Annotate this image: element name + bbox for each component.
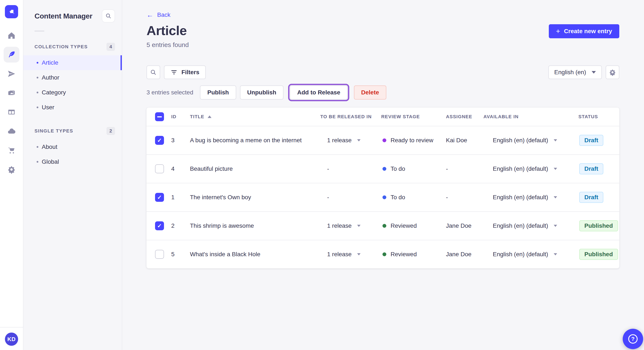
column-header-status[interactable]: STATUS [578, 114, 619, 120]
subnav-panel: Content Manager COLLECTION TYPES4Article… [24, 0, 122, 350]
cell-available-in[interactable]: English (en) (default) [484, 194, 578, 201]
section-label: SINGLE TYPES [34, 128, 73, 134]
column-header-id[interactable]: ID [171, 114, 190, 120]
row-checkbox[interactable] [155, 193, 164, 202]
table-header-row: ID TITLE TO BE RELEASED IN REVIEW STAGE … [146, 108, 619, 126]
stage-dot-icon [382, 224, 386, 228]
sort-ascending-icon [208, 116, 212, 118]
view-settings-icon[interactable] [606, 65, 619, 79]
cell-release[interactable]: 1 release [320, 251, 381, 258]
column-header-assignee[interactable]: ASSIGNEE [446, 114, 484, 120]
create-new-entry-button[interactable]: + Create new entry [549, 24, 620, 38]
cell-title[interactable]: What's inside a Black Hole [190, 251, 320, 258]
locale-select[interactable]: English (en) [548, 65, 602, 79]
cell-release[interactable]: - [320, 166, 381, 172]
subnav-sections: COLLECTION TYPES4ArticleAuthorCategoryUs… [24, 42, 122, 169]
chevron-down-icon [554, 139, 557, 141]
section-label: COLLECTION TYPES [34, 44, 88, 49]
sidebar-item-about[interactable]: About [24, 140, 122, 154]
cell-title[interactable]: This shrimp is awesome [190, 222, 320, 229]
chevron-down-icon [554, 196, 557, 198]
search-icon[interactable] [102, 9, 115, 22]
column-header-release[interactable]: TO BE RELEASED IN [320, 114, 381, 120]
cell-review-stage: Reviewed [381, 222, 446, 229]
add-to-release-button[interactable]: Add to Release [290, 85, 347, 100]
cell-status: Published [578, 249, 619, 260]
column-header-review-stage[interactable]: REVIEW STAGE [381, 114, 446, 120]
cell-status: Draft [578, 163, 619, 174]
cell-title[interactable]: A bug is becoming a meme on the internet [190, 137, 320, 144]
row-checkbox[interactable] [155, 164, 164, 173]
cell-assignee: Kai Doe [446, 137, 484, 144]
selection-summary: 3 entries selected [146, 89, 193, 96]
releases-icon[interactable] [4, 66, 20, 82]
cell-available-in[interactable]: English (en) (default) [484, 251, 578, 258]
delete-button[interactable]: Delete [354, 85, 386, 100]
cell-id: 4 [171, 166, 190, 172]
table-row[interactable]: 1 The internet's Own boy - To do - Engli… [146, 183, 619, 211]
status-badge: Published [579, 220, 618, 231]
cell-review-stage: Ready to review [381, 137, 446, 144]
table-row[interactable]: 4 Beautiful picture - To do - English (e… [146, 154, 619, 183]
marketplace-icon[interactable] [4, 143, 20, 158]
user-avatar[interactable]: KD [5, 333, 18, 346]
column-header-available-in[interactable]: AVAILABLE IN [484, 114, 578, 120]
cell-title[interactable]: The internet's Own boy [190, 194, 320, 201]
table-row[interactable]: 3 A bug is becoming a meme on the intern… [146, 126, 619, 154]
cell-id: 3 [171, 137, 190, 144]
filters-button[interactable]: Filters [164, 65, 206, 79]
cell-status: Published [578, 220, 619, 231]
section-count-badge: 4 [106, 43, 115, 51]
back-link[interactable]: ← Back [146, 11, 170, 18]
column-header-title[interactable]: TITLE [190, 114, 320, 120]
stage-dot-icon [382, 252, 386, 256]
home-icon[interactable] [4, 28, 20, 43]
section-items: ArticleAuthorCategoryUser [24, 55, 122, 115]
chevron-down-icon [554, 253, 557, 255]
cell-id: 1 [171, 194, 190, 201]
help-button[interactable]: ? [623, 329, 643, 349]
back-arrow-icon: ← [146, 11, 153, 18]
row-checkbox[interactable] [155, 136, 164, 145]
app-window: KD Content Manager COLLECTION TYPES4Arti… [0, 0, 644, 350]
sidebar-item-article[interactable]: Article [24, 55, 122, 70]
bullet-icon [37, 77, 38, 78]
help-icon: ? [628, 334, 638, 344]
row-checkbox[interactable] [155, 250, 164, 259]
cell-available-in[interactable]: English (en) (default) [484, 222, 578, 229]
cell-assignee: - [446, 194, 484, 201]
table-row[interactable]: 2 This shrimp is awesome 1 release Revie… [146, 211, 619, 240]
deploy-icon[interactable] [4, 123, 20, 139]
sidebar-item-category[interactable]: Category [24, 85, 122, 100]
sidebar-item-global[interactable]: Global [24, 154, 122, 169]
cell-title[interactable]: Beautiful picture [190, 166, 320, 172]
publish-button[interactable]: Publish [200, 85, 236, 100]
status-badge: Published [579, 249, 618, 260]
stage-dot-icon [382, 167, 386, 171]
page-title: Article [146, 23, 187, 38]
main-content: ← Back Article + Create new entry 5 entr… [122, 0, 644, 350]
strapi-logo-icon [5, 5, 18, 18]
nav-rail-icons [4, 28, 20, 177]
unpublish-button[interactable]: Unpublish [240, 85, 284, 100]
chevron-down-icon [554, 168, 557, 170]
status-badge: Draft [579, 135, 603, 146]
cell-available-in[interactable]: English (en) (default) [484, 166, 578, 172]
table-row[interactable]: 5 What's inside a Black Hole 1 release R… [146, 240, 619, 268]
bullet-icon [37, 161, 38, 163]
cell-release[interactable]: 1 release [320, 137, 381, 144]
sidebar-item-author[interactable]: Author [24, 70, 122, 85]
cell-release[interactable]: 1 release [320, 222, 381, 229]
search-icon[interactable] [146, 65, 160, 79]
media-library-icon[interactable] [4, 85, 20, 101]
cell-assignee: Jane Doe [446, 251, 484, 258]
content-type-builder-icon[interactable] [4, 104, 20, 120]
row-checkbox[interactable] [155, 221, 164, 230]
settings-icon[interactable] [4, 162, 20, 177]
chevron-down-icon [357, 139, 360, 141]
cell-release[interactable]: - [320, 194, 381, 201]
content-manager-icon[interactable] [4, 47, 20, 62]
sidebar-item-user[interactable]: User [24, 100, 122, 115]
cell-available-in[interactable]: English (en) (default) [484, 137, 578, 144]
select-all-checkbox[interactable] [155, 112, 164, 121]
